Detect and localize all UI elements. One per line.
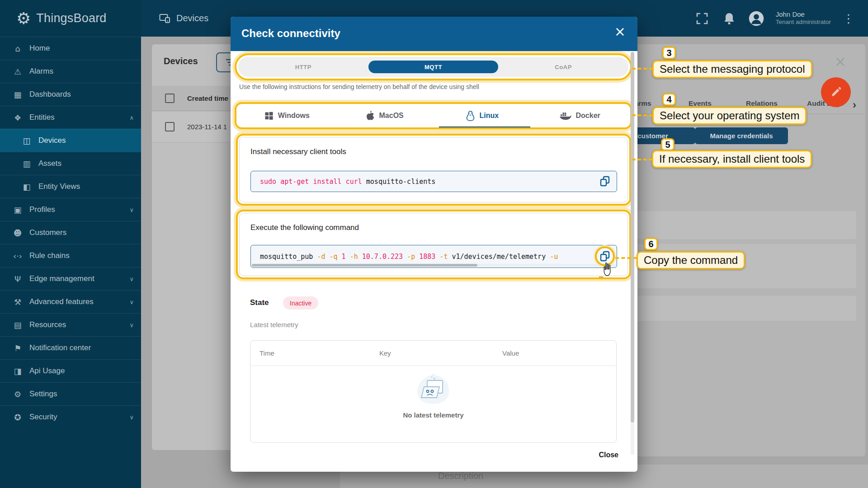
- settings-icon: ⚙: [12, 389, 24, 399]
- os-tab-windows[interactable]: Windows: [238, 106, 336, 126]
- callout-3-number: 3: [662, 47, 676, 59]
- kebab-menu-icon[interactable]: ⋮: [843, 12, 854, 25]
- resources-icon: ▤: [12, 320, 24, 330]
- devices-title-icon: [159, 14, 171, 23]
- command-token: -u: [546, 253, 558, 261]
- copy-icon: [599, 175, 611, 187]
- page-title-group: Devices: [159, 13, 208, 23]
- app-name: ThingsBoard: [36, 11, 106, 25]
- edit-fab-button[interactable]: [821, 77, 851, 107]
- execute-command-card: Execute the following command mosquitto_…: [239, 213, 628, 276]
- copy-install-command-button[interactable]: [597, 174, 613, 189]
- execute-command-block: mosquitto_pub -d -q 1 -h 10.7.0.223 -p 1…: [250, 245, 617, 268]
- no-telemetry-text: No latest telemetry: [403, 411, 463, 419]
- horizontal-scrollbar[interactable]: [252, 264, 616, 267]
- horizontal-scrollbar-thumb[interactable]: [252, 264, 477, 267]
- security-icon: ✪: [12, 413, 24, 422]
- sidebar-item-api-usage[interactable]: ◨Api Usage: [0, 359, 141, 382]
- copy-icon: [599, 250, 611, 262]
- protocol-mqtt[interactable]: MQTT: [368, 61, 499, 73]
- command-token: mosquitto_pub: [260, 253, 313, 261]
- sidebar-item-label: Home: [29, 44, 50, 53]
- dialog-close-icon[interactable]: ×: [614, 25, 626, 38]
- os-tab-docker[interactable]: Docker: [531, 106, 628, 126]
- telemetry-table: Time Key Value No latest telemetry: [250, 340, 617, 443]
- column-key: Key: [379, 349, 391, 357]
- details-close-icon[interactable]: ×: [834, 54, 846, 69]
- sidebar-item-advanced-features[interactable]: ⚒Advanced features∨: [0, 290, 141, 313]
- row-checkbox[interactable]: [165, 122, 175, 131]
- sidebar-item-label: Entity Views: [38, 182, 80, 191]
- sidebar-item-label: Api Usage: [29, 366, 65, 375]
- topbar-actions: John Doe Tenant administrator ⋮: [694, 10, 854, 27]
- api-usage-icon: ◨: [12, 366, 24, 376]
- sidebar-item-label: Settings: [29, 389, 57, 399]
- notifications-icon: ⚑: [12, 343, 24, 353]
- devices-panel-title: Devices: [164, 56, 198, 66]
- apple-icon: [366, 110, 375, 121]
- app-logo[interactable]: ⚙ ThingsBoard: [0, 0, 141, 37]
- install-command: sudo apt-get install curl mosquitto-clie…: [250, 171, 617, 192]
- close-button[interactable]: Close: [594, 447, 623, 463]
- sidebar-item-customers[interactable]: ☻Customers: [0, 221, 141, 244]
- manage-credentials-button[interactable]: Manage credentials: [695, 127, 788, 144]
- sidebar-item-edge-management[interactable]: ΨEdge management∨: [0, 267, 141, 290]
- copy-execute-command-button[interactable]: [597, 249, 613, 264]
- devices-icon: ◫: [21, 136, 33, 145]
- modal-scrollbar-thumb[interactable]: [631, 52, 634, 422]
- sidebar-item-assets[interactable]: ▥Assets: [0, 152, 141, 175]
- sidebar-item-entity-views[interactable]: ◧Entity Views: [0, 175, 141, 198]
- protocol-coap[interactable]: CoAP: [498, 61, 628, 73]
- sidebar-item-home[interactable]: ⌂Home: [0, 37, 141, 60]
- docker-icon: [559, 111, 571, 120]
- sidebar-item-label: Assets: [38, 159, 61, 168]
- user-name: John Doe: [776, 10, 831, 19]
- sidebar-item-profiles[interactable]: ▣Profiles∨: [0, 198, 141, 221]
- user-role: Tenant administrator: [776, 19, 831, 26]
- protocol-http[interactable]: HTTP: [238, 61, 368, 73]
- protocol-toggle-group: HTTP MQTT CoAP: [238, 57, 628, 77]
- command-token: -q: [326, 253, 338, 261]
- sidebar-item-settings[interactable]: ⚙Settings: [0, 382, 141, 405]
- selected-os-underline: [439, 127, 530, 128]
- notifications-bell-icon[interactable]: [722, 11, 737, 26]
- sidebar-item-resources[interactable]: ▤Resources∨: [0, 313, 141, 336]
- sidebar-item-devices[interactable]: ◫Devices: [0, 129, 141, 152]
- telemetry-table-header: Time Key Value: [250, 341, 616, 366]
- sidebar-item-alarms[interactable]: ⚠Alarms: [0, 60, 141, 83]
- install-tools-card: Install necessary client tools sudo apt-…: [239, 137, 628, 202]
- command-token: mosquitto-clients: [362, 178, 436, 186]
- sidebar-item-label: Resources: [29, 320, 66, 329]
- sidebar-item-dashboards[interactable]: ▦Dashboards: [0, 83, 141, 106]
- avatar[interactable]: [749, 11, 764, 26]
- callout-5-connector: [632, 159, 652, 160]
- install-title: Install necessary client tools: [250, 147, 346, 156]
- select-all-checkbox[interactable]: [165, 94, 175, 103]
- callout-5-number: 5: [661, 138, 675, 151]
- fullscreen-icon[interactable]: [694, 11, 710, 26]
- thingsboard-logo-icon: ⚙: [16, 9, 31, 28]
- os-tabs-divider: [238, 127, 628, 128]
- windows-icon: [264, 111, 274, 120]
- os-tab-linux[interactable]: Linux: [434, 106, 531, 126]
- os-tab-macos[interactable]: MacOS: [336, 106, 434, 126]
- chevron-down-icon: ∨: [129, 299, 134, 305]
- sidebar-item-entities[interactable]: ❖Entities∧: [0, 106, 141, 129]
- sidebar: ⚙ ThingsBoard ⌂Home⚠Alarms▦Dashboards❖En…: [0, 0, 141, 488]
- entity-views-icon: ◧: [21, 182, 33, 192]
- page-title: Devices: [176, 13, 208, 23]
- execute-command: mosquitto_pub -d -q 1 -h 10.7.0.223 -p 1…: [260, 253, 558, 261]
- command-token: v1/devices/me/telemetry: [448, 253, 546, 261]
- chevron-down-icon: ∨: [129, 322, 134, 328]
- state-label: State: [250, 298, 269, 307]
- row-created-time: 2023-11-14 1: [187, 123, 227, 131]
- tabs-overflow-chevron-icon[interactable]: ›: [853, 99, 856, 111]
- entities-icon: ❖: [12, 113, 24, 122]
- sidebar-item-rule-chains[interactable]: ‹·›Rule chains: [0, 244, 141, 267]
- sidebar-item-security[interactable]: ✪Security∨: [0, 405, 141, 428]
- callout-4-label: Select your operating system: [652, 107, 807, 125]
- sidebar-item-notification-center[interactable]: ⚑Notification center: [0, 336, 141, 359]
- edge-icon: Ψ: [12, 274, 24, 284]
- user-info[interactable]: John Doe Tenant administrator: [776, 10, 831, 27]
- created-time-column: Created time: [187, 94, 228, 102]
